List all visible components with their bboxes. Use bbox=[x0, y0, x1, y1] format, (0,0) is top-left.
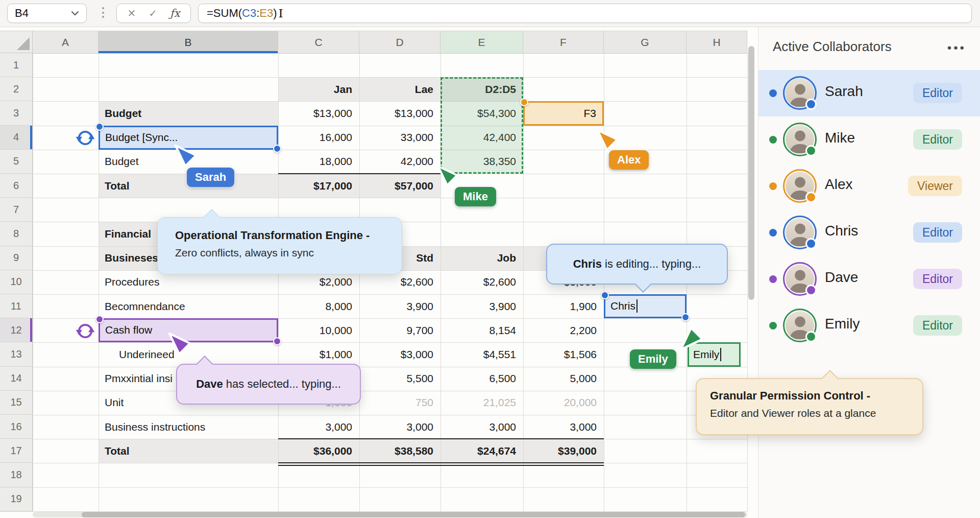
collaborator-row-alex[interactable]: AlexViewer bbox=[758, 163, 980, 209]
vertical-scrollbar-thumb[interactable] bbox=[748, 46, 754, 300]
cell-C17[interactable]: $36,000 bbox=[278, 439, 359, 463]
cell-E12[interactable]: 8,154 bbox=[440, 318, 523, 342]
text-cursor-icon: I bbox=[279, 7, 283, 20]
cell-D2[interactable]: Lae bbox=[359, 77, 440, 101]
collaborator-row-dave[interactable]: DaveEditor bbox=[758, 256, 980, 302]
cell-D6[interactable]: $57,000 bbox=[359, 174, 440, 198]
cell-C16[interactable]: 3,000 bbox=[278, 415, 359, 439]
cell-F12[interactable]: 2,200 bbox=[523, 318, 604, 342]
gridline bbox=[0, 415, 747, 415]
total-top-border-row6 bbox=[278, 173, 440, 175]
cell-F13[interactable]: $1,506 bbox=[523, 342, 604, 366]
column-header-H[interactable]: H bbox=[687, 31, 747, 53]
row-header-6[interactable]: 6 bbox=[0, 174, 33, 198]
cell-B3[interactable]: Budget bbox=[99, 101, 278, 125]
cell-F14[interactable]: 5,000 bbox=[523, 367, 604, 391]
cell-F11[interactable]: 1,900 bbox=[523, 294, 604, 318]
row-header-4[interactable]: 4 bbox=[0, 126, 33, 150]
row-header-16[interactable]: 16 bbox=[0, 415, 33, 439]
row-header-10[interactable]: 10 bbox=[0, 270, 33, 294]
cell-reference-box[interactable]: B4 bbox=[7, 4, 87, 23]
cell-D3[interactable]: $13,000 bbox=[359, 101, 440, 125]
selection-handle-icon[interactable] bbox=[95, 315, 104, 323]
horizontal-scrollbar-thumb[interactable] bbox=[82, 512, 745, 517]
cell-E9[interactable]: Job bbox=[440, 246, 523, 270]
collaborator-row-mike[interactable]: MikeEditor bbox=[758, 116, 980, 163]
cell-C11[interactable]: 8,000 bbox=[278, 294, 359, 318]
cell-C12[interactable]: 10,000 bbox=[278, 318, 359, 342]
cell-F16[interactable]: 3,000 bbox=[523, 415, 604, 439]
cell-B4-text: Budget [Sync... bbox=[105, 131, 178, 144]
cell-B16[interactable]: Business instructions bbox=[99, 415, 278, 439]
confirm-formula-button[interactable]: ✓ bbox=[149, 7, 157, 19]
row-header-15[interactable]: 15 bbox=[0, 391, 33, 415]
select-all-corner[interactable] bbox=[0, 31, 33, 53]
cell-C4[interactable]: 16,000 bbox=[278, 126, 359, 150]
chris-editing-tooltip: Chris is editing... typing... bbox=[546, 244, 728, 285]
row-header-3[interactable]: 3 bbox=[0, 101, 33, 125]
row-header-11[interactable]: 11 bbox=[0, 294, 33, 318]
sidebar-menu-dots-icon[interactable]: ••• bbox=[947, 41, 966, 55]
row-header-17[interactable]: 17 bbox=[0, 439, 33, 463]
selection-handle-icon[interactable] bbox=[273, 145, 281, 153]
cell-C3[interactable]: $13,000 bbox=[278, 101, 359, 125]
row-header-13[interactable]: 13 bbox=[0, 342, 33, 366]
selection-handle-icon[interactable] bbox=[520, 98, 528, 106]
cell-E13[interactable]: $4,551 bbox=[440, 342, 523, 366]
cell-D16[interactable]: 3,000 bbox=[359, 415, 440, 439]
column-header-C[interactable]: C bbox=[278, 31, 359, 53]
column-header-F[interactable]: F bbox=[523, 31, 604, 53]
collaborator-row-chris[interactable]: ChrisEditor bbox=[758, 209, 980, 256]
row-header-5[interactable]: 5 bbox=[0, 150, 33, 174]
alex-selected-cell-F3[interactable]: F3 bbox=[523, 101, 604, 125]
insert-function-button[interactable]: ƒx bbox=[170, 7, 180, 19]
cell-E17[interactable]: $24,674 bbox=[440, 439, 523, 463]
row-header-14[interactable]: 14 bbox=[0, 367, 33, 391]
row-header-12[interactable]: 12 bbox=[0, 318, 33, 342]
row-header-9[interactable]: 9 bbox=[0, 246, 33, 270]
column-header-A[interactable]: A bbox=[33, 31, 99, 53]
column-header-E[interactable]: E bbox=[440, 31, 523, 53]
collaborator-row-emily[interactable]: EmilyEditor bbox=[758, 302, 980, 349]
row-header-1[interactable]: 1 bbox=[0, 53, 33, 77]
cell-E15[interactable]: 21,025 bbox=[440, 391, 523, 415]
row-header-19[interactable]: 19 bbox=[0, 487, 33, 511]
ot-engine-tooltip: Operational Transformation Engine - Zero… bbox=[157, 217, 402, 274]
cell-C2[interactable]: Jan bbox=[278, 77, 359, 101]
gridline bbox=[0, 198, 747, 198]
selection-handle-icon[interactable] bbox=[95, 123, 104, 131]
cell-D13[interactable]: $3,000 bbox=[359, 342, 440, 366]
cell-reference: B4 bbox=[15, 7, 29, 20]
cell-D14[interactable]: 5,500 bbox=[359, 367, 440, 391]
collaborator-row-sarah[interactable]: SarahEditor bbox=[758, 70, 980, 116]
cell-D17[interactable]: $38,580 bbox=[359, 439, 440, 463]
row-header-7[interactable]: 7 bbox=[0, 198, 33, 222]
cell-C6[interactable]: $17,000 bbox=[278, 174, 359, 198]
column-header-D[interactable]: D bbox=[359, 31, 440, 53]
cell-B11[interactable]: Becomnendance bbox=[99, 294, 278, 318]
cell-E14[interactable]: 6,500 bbox=[440, 367, 523, 391]
cell-F17[interactable]: $39,000 bbox=[523, 439, 604, 463]
cell-E16[interactable]: 3,000 bbox=[440, 415, 523, 439]
cell-C5[interactable]: 18,000 bbox=[278, 150, 359, 174]
cell-E10[interactable]: $2,600 bbox=[440, 270, 523, 294]
selection-handle-icon[interactable] bbox=[601, 291, 609, 299]
selection-handle-icon[interactable] bbox=[681, 313, 690, 321]
formula-input[interactable]: =SUM(C3:E3)I bbox=[198, 4, 972, 23]
chris-editing-cell-G11[interactable]: Chris bbox=[604, 294, 687, 319]
row-header-18[interactable]: 18 bbox=[0, 463, 33, 487]
cell-D15[interactable]: 750 bbox=[359, 391, 440, 415]
row-header-8[interactable]: 8 bbox=[0, 222, 33, 246]
cell-D4[interactable]: 33,000 bbox=[359, 126, 440, 150]
column-header-G[interactable]: G bbox=[604, 31, 687, 53]
cell-B17[interactable]: Total bbox=[99, 439, 278, 463]
cell-D5[interactable]: 42,000 bbox=[359, 150, 440, 174]
cell-F15[interactable]: 20,000 bbox=[523, 391, 604, 415]
cell-E11[interactable]: 3,900 bbox=[440, 294, 523, 318]
cancel-formula-button[interactable]: ✕ bbox=[127, 7, 136, 19]
column-header-B[interactable]: B bbox=[99, 31, 278, 53]
row-header-2[interactable]: 2 bbox=[0, 77, 33, 101]
cell-C13[interactable]: $1,000 bbox=[278, 342, 359, 366]
cell-D11[interactable]: 3,900 bbox=[359, 294, 440, 318]
cell-D12[interactable]: 9,700 bbox=[359, 318, 440, 342]
